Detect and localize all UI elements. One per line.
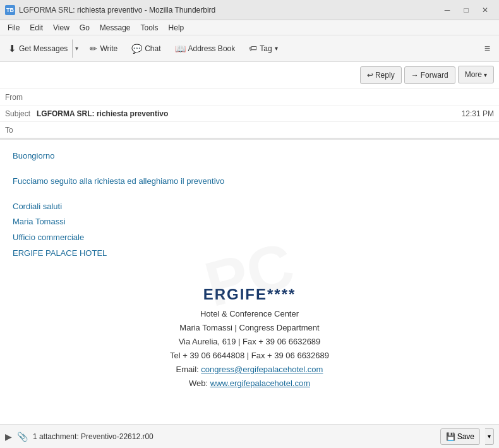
menubar: File Edit View Go Message Tools Help <box>0 20 499 35</box>
signature-block: ERGIFE**** Hotel & Conference Center Mar… <box>13 286 486 391</box>
menu-tools[interactable]: Tools <box>136 22 164 33</box>
more-button[interactable]: More ▾ <box>458 66 494 83</box>
body-text: Fucciamo seguito alla richiesta ed alleg… <box>13 175 486 188</box>
sig-web-label: Web: <box>189 378 210 388</box>
menu-message[interactable]: Message <box>95 22 136 33</box>
write-icon: ✏ <box>90 44 97 54</box>
get-messages-icon: ⬇ <box>8 43 16 54</box>
tag-icon: 🏷 <box>249 44 257 53</box>
attachment-expand-icon[interactable]: ▶ <box>5 432 12 442</box>
tag-label: Tag <box>260 44 272 53</box>
menu-help[interactable]: Help <box>164 22 189 33</box>
menu-go[interactable]: Go <box>75 22 95 33</box>
greeting-text: Buongiorno <box>13 150 486 163</box>
window-controls: ─ □ ✕ <box>438 3 494 17</box>
address-book-icon: 📖 <box>175 44 186 54</box>
message-time: 12:31 PM <box>462 109 494 118</box>
save-label: Save <box>457 432 474 441</box>
get-messages-label: Get Messages <box>19 44 68 53</box>
window-title: LGFORMA SRL: richiesta preventivo - Mozi… <box>19 6 438 15</box>
subject-value: LGFORMA SRL: richiesta preventivo <box>37 109 462 118</box>
department-text: Ufficio commerciale <box>13 231 486 245</box>
from-field: From <box>0 89 499 106</box>
subject-label: Subject <box>5 109 37 118</box>
from-label: From <box>5 93 37 102</box>
forward-button[interactable]: → Forward <box>404 66 455 84</box>
get-messages-dropdown[interactable]: ▾ <box>72 39 81 58</box>
menu-edit[interactable]: Edit <box>25 22 48 33</box>
sig-address: Via Aurelia, 619 | Fax + 39 06 6632689 <box>13 335 486 349</box>
toolbar-menu-icon[interactable]: ≡ <box>479 40 495 57</box>
forward-icon: → <box>411 71 419 80</box>
sig-email-line: Email: congress@ergifepalacehotel.com <box>13 363 486 377</box>
more-dropdown-icon: ▾ <box>484 71 487 78</box>
get-messages-button[interactable]: ⬇ Get Messages <box>4 39 72 58</box>
chat-icon: 💬 <box>131 44 142 54</box>
sig-web-line: Web: www.ergifepalacehotel.com <box>13 377 486 390</box>
tag-button[interactable]: 🏷 Tag ▾ <box>243 39 283 58</box>
reply-label: Reply <box>375 71 395 80</box>
attachment-bar: ▶ 📎 1 attachment: Preventivo-22612.r00 💾… <box>0 424 499 448</box>
sig-web-link[interactable]: www.ergifepalacehotel.com <box>210 378 310 388</box>
write-button[interactable]: ✏ Write <box>84 39 123 58</box>
closing-text: Cordiali saluti <box>13 200 486 214</box>
write-label: Write <box>100 44 117 53</box>
save-button[interactable]: 💾 Save <box>440 428 480 445</box>
sig-email-link[interactable]: congress@ergifepalacehotel.com <box>201 365 323 374</box>
save-icon: 💾 <box>446 432 455 441</box>
chat-button[interactable]: 💬 Chat <box>126 39 166 58</box>
tag-dropdown-icon: ▾ <box>275 45 278 52</box>
more-label: More <box>465 70 482 79</box>
address-book-button[interactable]: 📖 Address Book <box>169 39 241 58</box>
to-label: To <box>5 126 37 135</box>
message-header: ↩ Reply → Forward More ▾ From Subject LG… <box>0 62 499 140</box>
sig-tel: Tel + 39 06 6644808 | Fax + 39 06 663268… <box>13 349 486 363</box>
titlebar: TB LGFORMA SRL: richiesta preventivo - M… <box>0 0 499 20</box>
sender-name: Maria Tomassi <box>13 215 486 229</box>
content-area: ↩ Reply → Forward More ▾ From Subject LG… <box>0 62 499 448</box>
save-dropdown-button[interactable]: ▾ <box>485 428 494 445</box>
maximize-button[interactable]: □ <box>457 3 475 17</box>
address-book-label: Address Book <box>188 44 236 53</box>
header-toolbar: ↩ Reply → Forward More ▾ <box>0 62 499 89</box>
reply-button[interactable]: ↩ Reply <box>360 66 402 84</box>
close-button[interactable]: ✕ <box>476 3 494 17</box>
menu-view[interactable]: View <box>48 22 75 33</box>
app-icon: TB <box>5 5 15 15</box>
sig-email-label: Email: <box>176 365 201 374</box>
subject-field: Subject LGFORMA SRL: richiesta preventiv… <box>0 106 499 122</box>
company-text: ERGIFE PALACE HOTEL <box>13 247 486 260</box>
minimize-button[interactable]: ─ <box>438 3 456 17</box>
message-body: PC Buongiorno Fucciamo seguito alla rich… <box>0 140 499 424</box>
forward-label: Forward <box>421 71 448 80</box>
sig-person: Maria Tomassi | Congress Department <box>13 321 486 335</box>
sig-subtitle: Hotel & Conference Center <box>13 307 486 321</box>
attachment-text: 1 attachment: Preventivo-22612.r00 <box>33 432 435 441</box>
sig-hotel-name: ERGIFE**** <box>13 286 486 303</box>
attachment-file-icon: 📎 <box>17 432 28 442</box>
more-split: More ▾ <box>458 66 494 85</box>
get-messages-split: ⬇ Get Messages ▾ <box>4 39 81 58</box>
reply-icon: ↩ <box>367 71 373 80</box>
chat-label: Chat <box>145 44 160 53</box>
to-field: To <box>0 122 499 138</box>
toolbar: ⬇ Get Messages ▾ ✏ Write 💬 Chat 📖 Addres… <box>0 35 499 62</box>
menu-file[interactable]: File <box>3 22 25 33</box>
